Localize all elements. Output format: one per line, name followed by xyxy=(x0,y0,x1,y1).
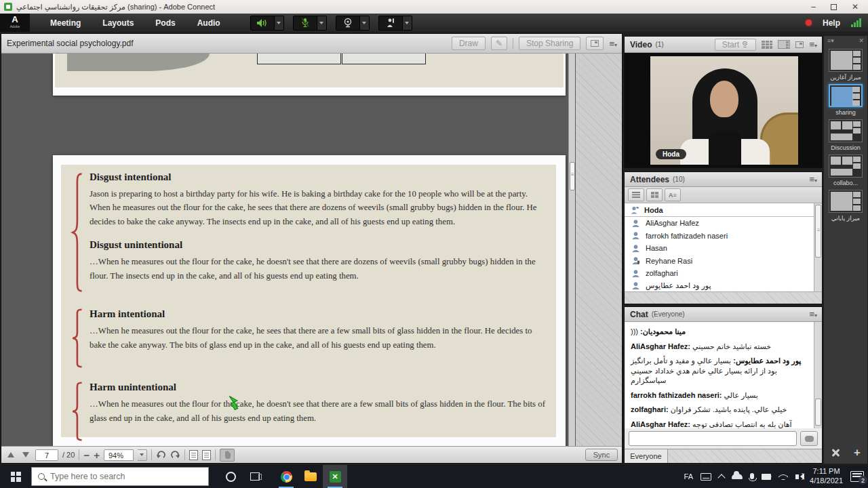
video-fullscreen-button[interactable] xyxy=(795,41,804,48)
taskbar: ✕ FA 7:11 PM 4/18/2021 2 xyxy=(0,465,868,488)
raise-hand-button[interactable] xyxy=(378,16,412,30)
language-indicator[interactable]: FA xyxy=(684,472,693,481)
file-explorer-button[interactable] xyxy=(298,465,323,488)
rotate-right-icon[interactable] xyxy=(170,450,180,460)
layout-item--[interactable]: ميراز پاياني xyxy=(829,190,863,222)
tray-camera-icon[interactable] xyxy=(762,474,771,480)
layout-thumbnail[interactable] xyxy=(829,84,863,107)
fullscreen-button[interactable] xyxy=(586,37,604,50)
zoom-level-value[interactable]: 94% xyxy=(104,449,134,461)
start-webcam-button[interactable]: Start xyxy=(715,39,757,51)
microphone-caret[interactable] xyxy=(317,16,327,30)
stop-sharing-button[interactable]: Stop Sharing xyxy=(519,37,580,50)
attendee-row[interactable]: Hasan xyxy=(625,242,814,255)
zoom-in-button[interactable]: + xyxy=(94,450,100,460)
layout-thumbnail[interactable] xyxy=(829,119,863,142)
webcam-button[interactable] xyxy=(336,16,370,30)
share-pod-menu-icon[interactable]: ≡ xyxy=(609,39,616,49)
taskbar-search[interactable] xyxy=(31,467,209,486)
menu-audio[interactable]: Audio xyxy=(186,14,231,32)
layout-item-collabo-[interactable]: collabo... xyxy=(829,155,863,186)
chrome-taskbar-button[interactable] xyxy=(274,465,298,488)
attendee-row[interactable]: AliAsghar Hafez xyxy=(625,217,814,230)
chat-message-list[interactable]: مينا محموديان: (((AliAsghar Hafez: خسته … xyxy=(625,322,822,428)
draw-button[interactable]: Draw xyxy=(452,37,486,50)
raise-hand-caret[interactable] xyxy=(403,16,412,30)
volume-icon[interactable] xyxy=(795,474,799,479)
clock[interactable]: 7:11 PM 4/18/2021 xyxy=(810,467,843,486)
restore-button[interactable] xyxy=(831,2,837,12)
fit-width-icon[interactable] xyxy=(202,450,211,460)
pen-tool-button[interactable]: ✎ xyxy=(491,37,507,50)
document-scrollbar-thumb[interactable] xyxy=(570,162,575,190)
start-button[interactable] xyxy=(0,465,31,488)
menu-meeting[interactable]: Meeting xyxy=(39,14,92,32)
attendee-row[interactable]: zolfaghari xyxy=(625,267,814,280)
video-pod-menu-icon[interactable]: ≡ xyxy=(809,39,816,49)
microphone-button[interactable] xyxy=(293,16,327,30)
attendee-row[interactable]: Reyhane Rasi xyxy=(625,255,814,268)
fit-page-icon[interactable] xyxy=(189,450,198,460)
zoom-dropdown-caret[interactable] xyxy=(138,449,147,461)
connection-status-icon[interactable] xyxy=(851,18,861,27)
send-message-button[interactable] xyxy=(800,431,818,446)
chat-message: مينا محموديان: ((( xyxy=(631,327,810,337)
system-tray: FA 7:11 PM 4/18/2021 2 xyxy=(684,467,868,486)
webcam-caret[interactable] xyxy=(360,16,370,30)
keyboard-icon[interactable] xyxy=(701,473,711,481)
add-layout-button[interactable]: + xyxy=(854,447,861,458)
webcam-icon xyxy=(343,18,353,28)
help-menu[interactable]: Help xyxy=(823,18,840,28)
layouts-close-icon[interactable]: ✕ xyxy=(859,37,864,44)
attendee-list[interactable]: AliAsghar Hafezfarrokh fathizadeh naseri… xyxy=(625,217,814,291)
tray-expand-icon[interactable] xyxy=(717,474,725,481)
chat-scrollbar[interactable] xyxy=(814,322,822,428)
wifi-icon[interactable] xyxy=(778,473,788,480)
task-view-button[interactable] xyxy=(243,465,267,488)
close-button[interactable]: ✕ xyxy=(852,2,859,12)
layouts-menu-icon[interactable]: ≡▾ xyxy=(827,37,834,44)
section-body: …When he measures out the flour for the … xyxy=(90,324,547,352)
pan-tool-button[interactable] xyxy=(220,449,235,462)
previous-page-button[interactable] xyxy=(5,449,16,460)
search-input[interactable] xyxy=(50,472,186,481)
tray-microphone-icon[interactable] xyxy=(750,473,754,479)
attendees-pod-menu-icon[interactable]: ≡ xyxy=(809,174,816,184)
speaker-button[interactable] xyxy=(250,16,284,30)
tab-everyone[interactable]: Everyone xyxy=(625,449,668,463)
attendee-row[interactable]: farrokh fathizadeh naseri xyxy=(625,230,814,243)
zoom-out-button[interactable]: − xyxy=(83,450,90,460)
minimize-button[interactable]: – xyxy=(811,2,816,12)
layout-item-sharing[interactable]: sharing xyxy=(829,84,863,116)
pdf-document-area[interactable]: Disgust intentional Jason is preparing t… xyxy=(1,54,622,446)
layout-thumbnail[interactable] xyxy=(829,49,863,72)
layout-item-discussion[interactable]: Discussion xyxy=(829,119,863,151)
menu-pods[interactable]: Pods xyxy=(144,14,186,32)
cortana-button[interactable] xyxy=(218,465,243,488)
sync-button[interactable]: Sync xyxy=(585,449,618,461)
rotate-left-icon[interactable] xyxy=(156,450,166,460)
document-scrollbar[interactable] xyxy=(568,54,575,446)
chat-input[interactable] xyxy=(629,431,797,446)
filmstrip-view-button[interactable] xyxy=(762,41,772,49)
layout-thumbnail[interactable] xyxy=(829,155,863,178)
action-center-icon[interactable]: 2 xyxy=(850,471,864,482)
host-row[interactable]: Hoda xyxy=(625,203,822,217)
onedrive-icon[interactable] xyxy=(732,474,743,479)
layout-tools-icon[interactable] xyxy=(831,448,840,458)
next-page-button[interactable] xyxy=(20,449,31,460)
attendee-grid-view-button[interactable] xyxy=(646,188,663,201)
speaker-caret[interactable] xyxy=(275,16,284,30)
grid-view-button[interactable] xyxy=(778,40,790,49)
attendee-list-view-button[interactable] xyxy=(628,188,644,201)
layout-item--[interactable]: ميراز آغازين xyxy=(829,49,863,81)
layout-thumbnail[interactable] xyxy=(829,190,863,213)
attendee-row[interactable]: پور ود احمد عطايوس xyxy=(625,280,814,292)
attendee-name: Hasan xyxy=(646,244,667,252)
chat-pod-menu-icon[interactable]: ≡ xyxy=(809,309,816,319)
attendee-sort-button[interactable]: A≡ xyxy=(665,188,681,201)
adobe-connect-taskbar-button[interactable]: ✕ xyxy=(323,465,347,488)
menu-layouts[interactable]: Layouts xyxy=(92,14,144,32)
attendees-scrollbar[interactable] xyxy=(814,203,822,291)
page-number-input[interactable]: 7 xyxy=(35,449,58,461)
